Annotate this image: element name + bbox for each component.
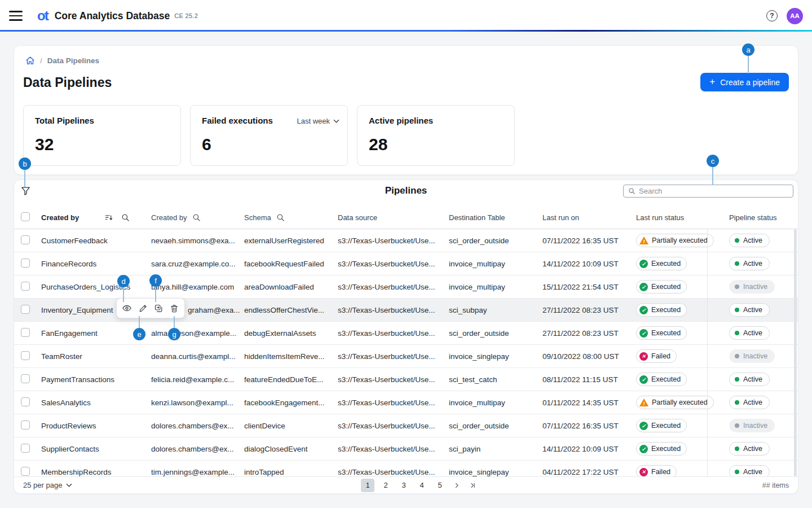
pipeline-name: SalesAnalytics	[41, 398, 151, 407]
row-checkbox[interactable]	[21, 374, 30, 383]
status-icon	[639, 445, 648, 453]
plus-icon: +	[709, 76, 715, 87]
data-source: s3://Texas-Userbucket/Use...	[338, 422, 449, 430]
breadcrumb-separator: /	[40, 56, 42, 65]
page-button[interactable]: 4	[415, 479, 429, 492]
row-actions-toolbar	[116, 298, 185, 318]
status-icon	[639, 468, 648, 476]
annotation-line-b	[24, 170, 25, 187]
table-body: CustomerFeedback nevaeh.simmons@exa... e…	[14, 229, 798, 478]
table-row[interactable]: SalesAnalytics kenzi.lawson@exampl... fa…	[14, 391, 798, 414]
select-all-checkbox[interactable]	[21, 212, 30, 221]
row-checkbox[interactable]	[21, 397, 30, 406]
table-row[interactable]: PurchaseOrders_Logistics tanya.hill@exam…	[14, 275, 798, 299]
annotation-badge-c: c	[707, 155, 719, 167]
pipeline-status-badge: Active	[729, 303, 770, 317]
column-header[interactable]: Created by	[151, 213, 187, 222]
data-source: s3://Texas-Userbucket/Use...	[338, 237, 449, 245]
table-footer: 25 per page 1 2 3 4 5 ## items	[14, 476, 798, 493]
stat-label: Failed executions	[202, 116, 273, 125]
annotation-line-f	[155, 287, 156, 302]
trash-icon[interactable]	[169, 303, 180, 314]
row-checkbox[interactable]	[21, 444, 30, 453]
row-checkbox[interactable]	[21, 421, 30, 430]
row-checkbox[interactable]	[21, 328, 30, 337]
annotation-line-g	[174, 316, 175, 328]
vertical-scrollbar[interactable]	[794, 229, 797, 476]
table-row[interactable]: SupplierContacts dolores.chambers@ex... …	[14, 437, 798, 461]
status-icon	[639, 329, 648, 338]
column-header: Destination Table	[449, 213, 542, 222]
status-icon	[639, 398, 648, 406]
last-run-on: 07/11/2022 16:35 UST	[542, 237, 636, 245]
table-row[interactable]: MembershipRecords tim.jennings@example..…	[14, 461, 798, 478]
table-row[interactable]: FanEngagement alma.lawson@example... deb…	[14, 322, 798, 345]
hamburger-menu-icon[interactable]	[9, 9, 23, 23]
data-source: s3://Texas-Userbucket/Use...	[338, 468, 449, 476]
table-row[interactable]: TeamRoster deanna.curtis@exampl... hidde…	[14, 345, 798, 368]
breadcrumb-current: Data Pipelines	[47, 56, 99, 65]
status-dot-icon	[735, 423, 739, 428]
status-dot-icon	[735, 261, 739, 266]
annotation-badge-b: b	[19, 157, 31, 170]
row-checkbox[interactable]	[21, 305, 30, 314]
row-checkbox[interactable]	[21, 282, 30, 291]
pipeline-name: ProductReviews	[41, 422, 151, 430]
pipelines-table-card: Pipelines Created by Created by Schema D…	[14, 179, 798, 494]
table-row[interactable]: FinanceRecords sara.cruz@example.co... f…	[14, 252, 798, 275]
per-page-selector[interactable]: 25 per page	[23, 481, 72, 489]
help-icon[interactable]: ?	[766, 10, 778, 21]
pencil-icon[interactable]	[137, 303, 148, 314]
column-header[interactable]: Created by	[41, 213, 79, 222]
last-run-status-badge: Executed	[636, 303, 687, 317]
row-checkbox[interactable]	[21, 259, 30, 268]
avatar[interactable]: AA	[787, 8, 803, 24]
page-header-card: / Data Pipelines Data Pipelines + Create…	[14, 45, 798, 175]
search-input[interactable]	[639, 187, 788, 195]
table-row[interactable]: ProductReviews dolores.chambers@ex... cl…	[14, 414, 798, 437]
last-page-icon[interactable]	[467, 480, 478, 491]
schema: areaDownloadFailed	[244, 283, 338, 291]
pipeline-status-badge: Active	[729, 465, 770, 478]
home-icon[interactable]	[25, 56, 35, 65]
range-selector[interactable]: Last week	[297, 117, 339, 125]
row-checkbox[interactable]	[21, 467, 30, 476]
destination-table: sci_payin	[449, 445, 542, 453]
sort-descending-icon[interactable]	[104, 213, 113, 222]
stat-label: Total Pipelines	[35, 116, 94, 125]
destination-table: invoice_multipay	[449, 260, 542, 268]
schema: debugExternalAssets	[244, 329, 338, 338]
create-pipeline-button[interactable]: + Create a pipeline	[700, 73, 789, 91]
row-checkbox[interactable]	[21, 235, 30, 244]
schema: facebookRequestFailed	[244, 260, 338, 268]
page-button[interactable]: 2	[379, 479, 392, 492]
last-run-on: 27/11/2022 08:23 UST	[542, 329, 636, 338]
row-checkbox[interactable]	[21, 351, 30, 360]
destination-table: sci_order_outside	[449, 422, 542, 430]
app-version: CE 25.2	[174, 12, 198, 19]
column-header[interactable]: Schema	[244, 213, 271, 222]
search-icon[interactable]	[276, 213, 285, 222]
created-by: tanya.hill@example.com	[151, 283, 244, 291]
created-by: kenzi.lawson@exampl...	[151, 398, 244, 407]
table-row[interactable]: PaymentTransactions felicia.reid@example…	[14, 368, 798, 391]
page-title: Data Pipelines	[23, 75, 112, 90]
annotation-badge-d: d	[117, 275, 130, 287]
destination-table: invoice_singlepay	[449, 352, 542, 361]
search-icon[interactable]	[121, 213, 130, 222]
last-run-on: 04/11/2022 17:22 UST	[542, 468, 636, 476]
table-row[interactable]: CustomerFeedback nevaeh.simmons@exa... e…	[14, 229, 798, 252]
annotation-badge-f: f	[149, 274, 162, 287]
page-button[interactable]: 1	[361, 479, 374, 492]
chevron-right-icon[interactable]	[451, 480, 462, 491]
search-icon[interactable]	[192, 213, 201, 222]
status-icon	[639, 422, 648, 430]
duplicate-icon[interactable]	[153, 303, 164, 314]
eye-icon[interactable]	[121, 303, 133, 314]
status-dot-icon	[735, 400, 739, 405]
table-search[interactable]	[623, 185, 793, 198]
page-button[interactable]: 5	[433, 479, 447, 492]
page-button[interactable]: 3	[397, 479, 411, 492]
created-by: nevaeh.simmons@exa...	[151, 237, 244, 245]
created-by: deanna.curtis@exampl...	[151, 352, 244, 361]
